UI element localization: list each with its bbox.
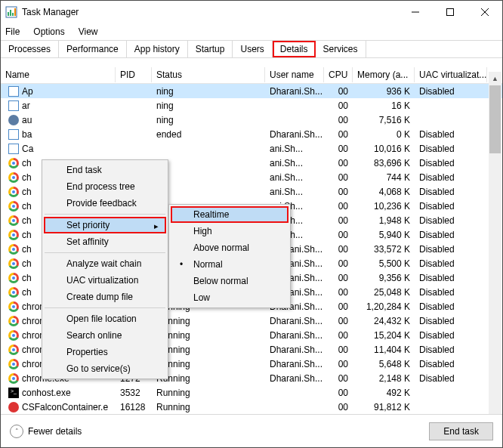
ctx-search-online[interactable]: Search online xyxy=(44,327,166,344)
col-uac[interactable]: UAC virtualizat... xyxy=(415,67,487,82)
ctx-open-file-location[interactable]: Open file location xyxy=(44,311,166,327)
col-status[interactable]: Status xyxy=(152,67,265,82)
separator xyxy=(45,252,165,253)
col-user[interactable]: User name xyxy=(265,67,324,82)
menu-options[interactable]: Options xyxy=(33,26,64,37)
memory: 1,948 K xyxy=(353,215,415,226)
tab-details[interactable]: Details xyxy=(273,41,316,57)
cpu: 00 xyxy=(324,201,353,212)
table-row[interactable]: CSFalconContainer.e16128Running0091,812 … xyxy=(1,400,502,414)
memory: 11,404 K xyxy=(353,344,415,355)
cpu: 00 xyxy=(324,301,353,312)
ctx-analyze-wait-chain[interactable]: Analyze wait chain xyxy=(44,255,166,272)
col-pid[interactable]: PID xyxy=(116,67,152,82)
ctx-uac-virtualization[interactable]: UAC virtualization xyxy=(44,272,166,289)
uac: Disabled xyxy=(415,244,483,255)
menu-file[interactable]: File xyxy=(5,26,20,37)
cpu: 00 xyxy=(324,172,353,183)
tab-services[interactable]: Services xyxy=(316,41,366,57)
ctx-end-process-tree[interactable]: End process tree xyxy=(44,178,166,195)
ctx-go-to-services[interactable]: Go to service(s) xyxy=(44,360,166,377)
user-name: Dharani.Sh... xyxy=(265,373,324,384)
scroll-thumb[interactable] xyxy=(489,85,501,153)
priority-below-normal[interactable]: Below normal xyxy=(171,273,289,289)
status: ning xyxy=(152,115,265,125)
status: Running xyxy=(152,388,265,398)
status: Running xyxy=(152,344,265,355)
tab-performance[interactable]: Performance xyxy=(59,41,127,57)
ctx-provide-feedback[interactable]: Provide feedback xyxy=(44,195,166,212)
priority-normal[interactable]: Normal xyxy=(171,256,289,273)
memory: 9,356 K xyxy=(353,273,415,283)
process-icon xyxy=(8,187,19,197)
process-icon xyxy=(8,287,19,298)
status: Running xyxy=(152,330,265,341)
process-icon xyxy=(8,244,19,255)
minimize-button[interactable] xyxy=(398,1,433,23)
memory: 4,068 K xyxy=(353,187,415,197)
user-name: Dharani.Sh... xyxy=(265,359,324,369)
uac: Disabled xyxy=(415,215,483,226)
table-row[interactable]: Caani.Sh...0010,016 KDisabled xyxy=(1,141,502,156)
col-memory[interactable]: Memory (a... xyxy=(353,67,415,82)
tab-processes[interactable]: Processes xyxy=(1,41,59,57)
process-icon xyxy=(8,344,19,355)
process-icon xyxy=(8,115,19,125)
fewer-details-button[interactable]: ˄ Fewer details xyxy=(10,425,82,438)
cpu: 00 xyxy=(324,230,353,240)
col-cpu[interactable]: CPU xyxy=(324,67,353,82)
memory: 5,648 K xyxy=(353,359,415,369)
scroll-up-icon[interactable]: ▲ xyxy=(489,72,501,85)
tab-startup[interactable]: Startup xyxy=(188,41,233,57)
process-icon xyxy=(8,201,19,212)
pid: 16128 xyxy=(116,402,152,412)
uac: Disabled xyxy=(415,86,483,97)
user-name: Dharani.Sh... xyxy=(265,344,324,355)
priority-above-normal[interactable]: Above normal xyxy=(171,239,289,256)
app-icon xyxy=(5,6,17,18)
menu-view[interactable]: View xyxy=(79,26,98,37)
process-icon xyxy=(8,172,19,183)
table-row[interactable]: baendedDharani.Sh...000 KDisabled xyxy=(1,127,502,141)
process-name: ba xyxy=(22,129,32,140)
cpu: 00 xyxy=(324,158,353,168)
uac: Disabled xyxy=(415,316,483,326)
ctx-set-priority[interactable]: Set priority xyxy=(44,217,166,233)
cpu: 00 xyxy=(324,100,353,111)
uac: Disabled xyxy=(415,129,483,140)
vertical-scrollbar[interactable]: ▲ xyxy=(489,85,501,414)
process-icon xyxy=(8,330,19,341)
uac: Disabled xyxy=(415,258,483,269)
memory: 5,500 K xyxy=(353,258,415,269)
end-task-button[interactable]: End task xyxy=(429,422,493,440)
cpu: 00 xyxy=(324,215,353,226)
process-name: ch xyxy=(22,287,32,298)
process-name: ch xyxy=(22,273,32,283)
user-name: Dharani.Sh... xyxy=(265,316,324,326)
tab-app-history[interactable]: App history xyxy=(127,41,188,57)
table-row[interactable]: arning0016 K xyxy=(1,98,502,113)
uac: Disabled xyxy=(415,172,483,183)
ctx-properties[interactable]: Properties xyxy=(44,344,166,360)
table-row[interactable]: auning007,516 K xyxy=(1,113,502,127)
col-name[interactable]: Name˄ xyxy=(1,67,116,82)
uac: Disabled xyxy=(415,201,483,212)
table-row[interactable]: conhost.exe3532Running00492 K xyxy=(1,385,502,400)
process-icon xyxy=(8,373,19,384)
tab-users[interactable]: Users xyxy=(233,41,272,57)
priority-realtime[interactable]: Realtime xyxy=(171,206,289,223)
ctx-create-dump-file[interactable]: Create dump file xyxy=(44,289,166,305)
memory: 16 K xyxy=(353,100,415,111)
uac: Disabled xyxy=(415,373,483,384)
close-button[interactable] xyxy=(468,1,502,23)
priority-high[interactable]: High xyxy=(171,223,289,239)
priority-low[interactable]: Low xyxy=(171,289,289,306)
menubar: File Options View xyxy=(1,23,502,40)
ctx-set-affinity[interactable]: Set affinity xyxy=(44,233,166,250)
status: ning xyxy=(152,86,265,97)
table-row[interactable]: ApningDharani.Sh...00936 KDisabled xyxy=(1,84,502,98)
ctx-end-task[interactable]: End task xyxy=(44,162,166,178)
maximize-button[interactable] xyxy=(433,1,468,23)
svg-rect-1 xyxy=(8,12,9,16)
cpu: 00 xyxy=(324,330,353,341)
